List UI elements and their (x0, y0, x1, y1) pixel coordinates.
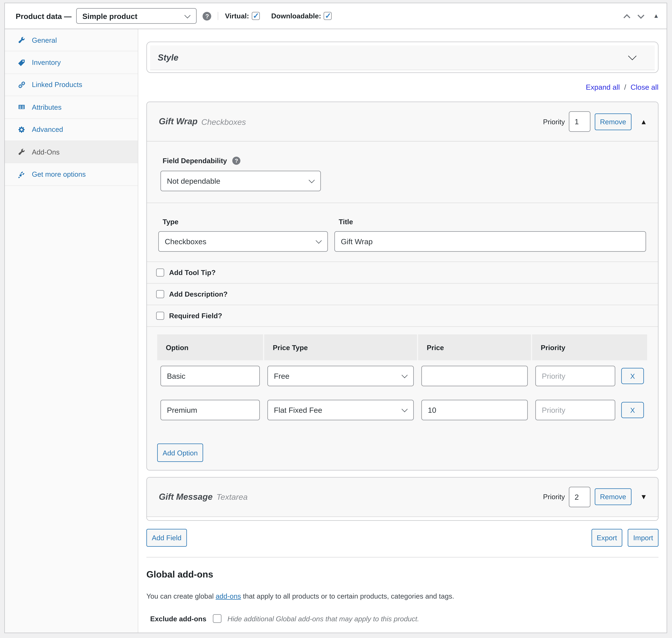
product-type-select[interactable]: Simple product (77, 8, 197, 24)
expand-close-links: Expand all / Close all (146, 73, 658, 102)
price-input[interactable] (421, 366, 528, 386)
add-tool-tip-checkbox[interactable] (156, 268, 164, 276)
price-type-select[interactable]: Free (267, 366, 414, 386)
add-description-checkbox[interactable] (156, 290, 164, 298)
product-data-tabs: General Inventory Linked Products Attrib… (5, 29, 138, 633)
chevron-down-icon[interactable] (628, 52, 637, 60)
product-type-value: Simple product (82, 12, 137, 20)
priority-input[interactable] (569, 111, 590, 132)
fields-actions: Add Field Export Import (146, 529, 658, 547)
exclude-add-ons-checkbox[interactable] (213, 614, 221, 623)
tag-icon (18, 58, 26, 66)
option-row: Free X (157, 366, 648, 386)
help-icon[interactable]: ? (203, 12, 212, 20)
dependability-select[interactable]: Not dependable (161, 171, 321, 191)
expand-all-link[interactable]: Expand all (586, 83, 620, 91)
price-header: Price (418, 334, 531, 360)
divider (218, 12, 219, 20)
option-name-input[interactable] (161, 366, 260, 386)
price-type-header: Price Type (264, 334, 417, 360)
move-up-icon[interactable] (624, 13, 631, 19)
add-field-button[interactable]: Add Field (146, 529, 187, 547)
collapse-toggle-icon[interactable]: ▲ (653, 13, 659, 19)
exclude-add-ons-label: Exclude add-ons (146, 615, 206, 623)
type-label: Type (157, 218, 179, 226)
required-field-checkbox[interactable] (156, 312, 164, 320)
tab-label: Get more options (32, 170, 86, 178)
remove-option-button[interactable]: X (621, 368, 644, 384)
title-label: Title (333, 218, 353, 226)
priority-input[interactable] (569, 486, 590, 507)
option-row: Flat Fixed Fee X (157, 400, 648, 420)
tab-attributes[interactable]: Attributes (5, 96, 138, 119)
type-select[interactable]: Checkboxes (158, 231, 328, 252)
collapse-icon[interactable]: ▲ (640, 118, 647, 125)
tab-label: Advanced (32, 125, 63, 134)
text: that apply to all products or to certain… (241, 592, 454, 600)
tab-get-more-options[interactable]: Get more options (5, 163, 138, 186)
add-ons-link[interactable]: add-ons (216, 592, 241, 600)
price-input[interactable] (421, 400, 528, 420)
page: Product data — Simple product ? Virtual:… (0, 0, 672, 638)
tab-advanced[interactable]: Advanced (5, 119, 138, 141)
title-input[interactable] (334, 231, 646, 252)
field-dependability-label: Field Dependability (157, 157, 227, 165)
option-priority-input[interactable] (535, 366, 615, 386)
export-button[interactable]: Export (591, 529, 622, 547)
gear-icon (18, 126, 26, 133)
priority-header: Priority (532, 334, 647, 360)
slash: / (624, 83, 626, 91)
exclude-add-ons-hint: Hide additional Global add-ons that may … (228, 615, 419, 623)
virtual-label: Virtual: (225, 12, 249, 20)
option-priority-input[interactable] (535, 400, 615, 420)
addon-gift-wrap: Gift Wrap Checkboxes Priority Remove ▲ F… (146, 102, 658, 471)
text: You can create global (146, 592, 216, 600)
import-button[interactable]: Import (628, 529, 658, 547)
chevron-down-icon (316, 238, 322, 244)
tab-linked-products[interactable]: Linked Products (5, 74, 138, 96)
downloadable-checkbox[interactable] (324, 12, 332, 20)
divider (146, 557, 658, 557)
link-icon (18, 81, 26, 89)
remove-option-button[interactable]: X (621, 402, 644, 418)
expand-icon[interactable]: ▼ (640, 493, 647, 500)
close-all-link[interactable]: Close all (631, 83, 658, 91)
addon-gift-message-header[interactable]: Gift Message Textarea Priority Remove ▼ (147, 477, 658, 517)
remove-button[interactable]: Remove (594, 113, 632, 130)
price-type-select[interactable]: Flat Fixed Fee (267, 400, 414, 420)
tab-add-ons[interactable]: Add-Ons (5, 141, 138, 164)
add-option-button[interactable]: Add Option (157, 443, 203, 462)
metabox-title: Product data — (16, 12, 71, 20)
chevron-down-icon (185, 12, 191, 18)
price-type-value: Flat Fixed Fee (274, 406, 322, 414)
addon-type: Textarea (216, 492, 248, 501)
style-panel-title: Style (158, 53, 179, 62)
list-icon (18, 103, 26, 111)
help-icon[interactable]: ? (232, 157, 240, 165)
downloadable-label: Downloadable: (271, 12, 321, 20)
addon-gift-message: Gift Message Textarea Priority Remove ▼ (146, 477, 658, 521)
tab-label: General (32, 36, 57, 44)
tab-general[interactable]: General (5, 29, 138, 52)
style-panel[interactable]: Style (146, 41, 658, 73)
addon-gift-wrap-header[interactable]: Gift Wrap Checkboxes Priority Remove ▲ (147, 102, 658, 141)
global-add-ons-heading: Global add-ons (146, 569, 658, 580)
tab-label: Linked Products (32, 81, 82, 89)
option-name-input[interactable] (161, 400, 260, 420)
product-data-metabox: Product data — Simple product ? Virtual:… (4, 3, 667, 633)
price-type-value: Free (274, 372, 289, 380)
tab-label: Add-Ons (32, 148, 60, 156)
plug-icon (18, 170, 26, 178)
downloadable-checkbox-group: Downloadable: (271, 12, 332, 20)
wrench-icon (18, 36, 26, 44)
tab-inventory[interactable]: Inventory (5, 52, 138, 74)
exclude-add-ons-row: Exclude add-ons Hide additional Global a… (146, 614, 658, 623)
virtual-checkbox[interactable] (252, 12, 260, 20)
dependability-value: Not dependable (167, 177, 220, 185)
remove-button[interactable]: Remove (594, 488, 632, 505)
chevron-down-icon (402, 406, 407, 412)
move-down-icon[interactable] (638, 13, 644, 19)
options-table-header: Option Price Type Price Priority (157, 334, 648, 360)
addon-title: Gift Wrap (159, 117, 198, 127)
priority-label: Priority (543, 117, 565, 125)
